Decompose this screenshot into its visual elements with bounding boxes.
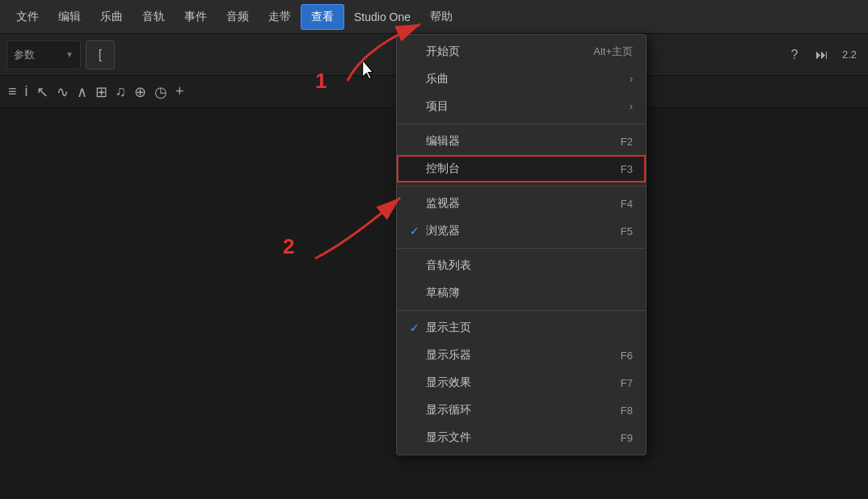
menu-shortcut-0: Alt+主页 — [593, 44, 633, 59]
menu-item-song[interactable]: 乐曲 — [91, 5, 133, 29]
menu-label-9: 显示主页 — [426, 321, 633, 335]
skip-icon-btn[interactable]: ⏭ — [810, 43, 834, 67]
menu-bar: 文件编辑乐曲音轨事件音频走带查看Studio One帮助 — [0, 0, 868, 34]
dropdown-menu: 开始页Alt+主页乐曲›项目›编辑器F2控制台F3监视器F4✓浏览器F5音轨列表… — [396, 34, 647, 455]
menu-item-event[interactable]: 事件 — [175, 5, 217, 29]
menu-item-9[interactable]: ✓显示主页 — [397, 314, 646, 342]
timeline-value: 2.2 — [837, 48, 862, 61]
menu-divider-9 — [397, 310, 646, 311]
menu-item-studioone[interactable]: Studio One — [344, 6, 420, 28]
menu-item-file[interactable]: 文件 — [6, 5, 48, 29]
menu-item-12[interactable]: 显示循环F8 — [397, 396, 646, 424]
tool-icon-0[interactable]: ≡ — [8, 83, 17, 100]
menu-item-0[interactable]: 开始页Alt+主页 — [397, 38, 646, 65]
params-dropdown-arrow[interactable]: ▼ — [65, 50, 74, 59]
params-label: 参数 — [14, 48, 62, 62]
menu-shortcut-10: F6 — [621, 350, 633, 362]
tool-icon-9[interactable]: + — [175, 83, 184, 100]
menu-label-12: 显示循环 — [426, 403, 621, 417]
menu-item-10[interactable]: 显示乐器F6 — [397, 342, 646, 369]
menu-shortcut-4: F3 — [621, 163, 633, 175]
menu-shortcut-13: F9 — [621, 432, 633, 444]
menu-check-9: ✓ — [410, 321, 426, 334]
tool-icon-6[interactable]: ♫ — [116, 83, 127, 100]
menu-item-8[interactable]: 草稿簿 — [397, 279, 646, 307]
annotation-2: 2 — [283, 234, 294, 259]
params-section: 参数 ▼ — [6, 40, 81, 69]
toolbar-right-icons: ? ⏭ 2.2 — [782, 43, 862, 67]
menu-shortcut-11: F7 — [621, 377, 633, 389]
help-icon-btn[interactable]: ? — [782, 43, 807, 67]
menu-submenu-arrow-1: › — [630, 73, 633, 85]
menu-item-11[interactable]: 显示效果F7 — [397, 369, 646, 396]
tool-icon-4[interactable]: ∧ — [77, 83, 87, 101]
menu-label-11: 显示效果 — [426, 375, 621, 390]
menu-shortcut-5: F4 — [621, 198, 633, 210]
toolbar-bracket-btn[interactable]: [ — [86, 40, 115, 69]
menu-item-4[interactable]: 控制台F3 — [397, 155, 646, 182]
menu-divider-7 — [397, 248, 646, 249]
menu-item-7[interactable]: 音轨列表 — [397, 252, 646, 279]
menu-item-help[interactable]: 帮助 — [420, 5, 462, 29]
menu-item-2[interactable]: 项目› — [397, 93, 646, 120]
menu-item-1[interactable]: 乐曲› — [397, 65, 646, 93]
menu-label-6: 浏览器 — [426, 224, 621, 238]
tool-icon-5[interactable]: ⊞ — [95, 83, 107, 101]
annotation-1: 1 — [315, 69, 327, 94]
menu-item-13[interactable]: 显示文件F9 — [397, 424, 646, 451]
menu-label-1: 乐曲 — [426, 72, 623, 86]
menu-label-10: 显示乐器 — [426, 348, 621, 363]
tool-icon-1[interactable]: i — [25, 83, 28, 100]
menu-label-8: 草稿簿 — [426, 286, 633, 300]
menu-shortcut-12: F8 — [621, 405, 633, 417]
menu-divider-3 — [397, 124, 646, 124]
menu-shortcut-6: F5 — [621, 225, 633, 237]
menu-item-transport[interactable]: 走带 — [259, 5, 301, 29]
menu-divider-5 — [397, 186, 646, 187]
menu-item-view[interactable]: 查看 — [301, 4, 344, 30]
menu-item-audio[interactable]: 音频 — [217, 5, 259, 29]
menu-label-7: 音轨列表 — [426, 258, 633, 273]
tool-icon-3[interactable]: ∿ — [57, 83, 69, 101]
menu-item-3[interactable]: 编辑器F2 — [397, 128, 646, 155]
tool-icon-7[interactable]: ⊕ — [134, 83, 146, 101]
menu-item-edit[interactable]: 编辑 — [48, 5, 91, 29]
menu-item-5[interactable]: 监视器F4 — [397, 190, 646, 217]
menu-check-6: ✓ — [410, 224, 426, 237]
menu-submenu-arrow-2: › — [630, 101, 633, 112]
menu-label-0: 开始页 — [426, 44, 593, 59]
tool-icon-8[interactable]: ◷ — [154, 83, 167, 101]
menu-item-6[interactable]: ✓浏览器F5 — [397, 217, 646, 245]
menu-label-2: 项目 — [426, 99, 623, 114]
menu-label-13: 显示文件 — [426, 430, 621, 445]
menu-label-4: 控制台 — [426, 161, 621, 176]
tool-icon-2[interactable]: ↖ — [36, 83, 48, 101]
menu-label-3: 编辑器 — [426, 134, 621, 149]
menu-item-track[interactable]: 音轨 — [133, 5, 175, 29]
menu-shortcut-3: F2 — [621, 136, 633, 148]
menu-label-5: 监视器 — [426, 196, 621, 211]
